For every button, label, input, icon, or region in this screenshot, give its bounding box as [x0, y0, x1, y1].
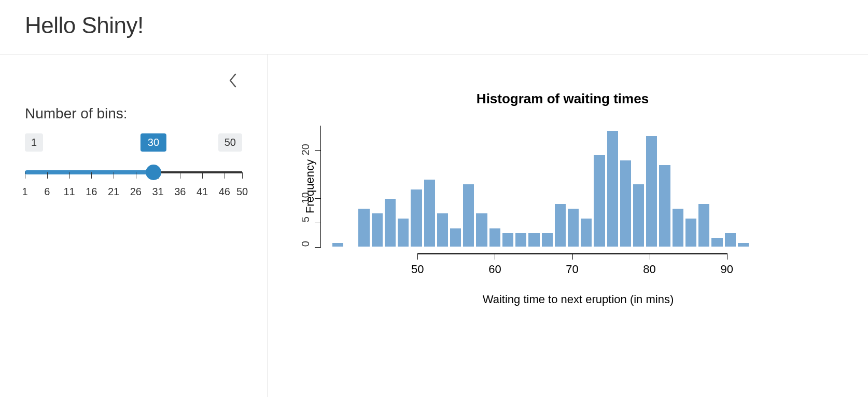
main-panel: Histogram of waiting times Frequency 051…	[268, 55, 868, 397]
slider-tick	[180, 172, 180, 179]
y-tick	[315, 150, 321, 151]
x-tick	[572, 253, 573, 260]
y-tick-label: 10	[300, 192, 312, 204]
histogram-bar	[672, 208, 684, 247]
histogram-bar	[711, 237, 723, 247]
slider-min-badge: 1	[25, 133, 43, 152]
sidebar: Number of bins: 1 30 50 1611162126313641…	[0, 55, 268, 397]
slider-label: Number of bins:	[25, 105, 242, 122]
slider-tick-label: 21	[108, 186, 119, 198]
histogram-bar	[698, 204, 710, 247]
histogram-bar	[397, 218, 409, 247]
slider-tick	[242, 172, 243, 179]
slider-tick-label: 26	[130, 186, 142, 198]
slider-tick-label: 36	[174, 186, 186, 198]
slider-tick-label: 11	[63, 186, 75, 198]
histogram-chart: Histogram of waiting times Frequency 051…	[303, 91, 822, 306]
histogram-bar	[607, 130, 619, 247]
sidebar-collapse-button[interactable]	[223, 71, 242, 90]
x-tick	[495, 253, 495, 260]
body: Number of bins: 1 30 50 1611162126313641…	[0, 55, 868, 397]
slider-tick-label: 31	[152, 186, 163, 198]
slider-tick	[202, 172, 203, 179]
y-tick-label: 0	[300, 241, 312, 247]
plot-row: Frequency 051020	[303, 126, 822, 247]
bins-slider[interactable]: 1 30 50 16111621263136414650	[25, 133, 242, 198]
plot-area	[324, 126, 749, 247]
histogram-bar	[724, 233, 736, 247]
y-axis-line	[320, 126, 321, 247]
slider-tick-label: 1	[22, 186, 27, 198]
x-tick-label: 60	[488, 263, 501, 276]
histogram-bar	[450, 228, 461, 247]
slider-tick	[225, 172, 225, 179]
x-axis: 5060708090	[356, 247, 781, 278]
histogram-bar	[633, 184, 645, 247]
x-tick-label: 80	[643, 263, 655, 276]
slider-ticks	[25, 172, 242, 180]
histogram-bar	[332, 242, 344, 247]
slider-track[interactable]	[25, 165, 242, 180]
histogram-bar	[580, 218, 592, 247]
slider-tick-label: 46	[219, 186, 230, 198]
slider-tick-label: 50	[236, 186, 248, 198]
histogram-bar	[424, 179, 436, 247]
slider-tick	[25, 172, 25, 179]
x-axis-label: Waiting time to next eruption (in mins)	[334, 293, 822, 306]
sidebar-collapse-row	[25, 71, 242, 90]
histogram-bar	[567, 208, 579, 247]
histogram-bar	[554, 204, 566, 247]
histogram-bar	[437, 213, 449, 247]
histogram-bar	[620, 160, 632, 247]
histogram-bar	[475, 213, 487, 247]
slider-tick-label: 41	[197, 186, 208, 198]
histogram-bar	[489, 228, 501, 247]
histogram-bar	[685, 218, 697, 247]
histogram-bar	[646, 135, 657, 247]
histogram-bar	[737, 242, 749, 247]
x-tick	[650, 253, 650, 260]
histogram-bar	[593, 155, 605, 247]
y-tick-label: 5	[300, 216, 312, 222]
histogram-bar	[541, 233, 553, 247]
x-tick	[727, 253, 727, 260]
x-tick-label: 90	[720, 263, 733, 276]
slider-badge-row: 1 30 50	[25, 133, 242, 152]
histogram-bar	[528, 233, 540, 247]
page-title: Hello Shiny!	[25, 12, 843, 38]
x-tick	[417, 253, 418, 260]
chart-title: Histogram of waiting times	[303, 91, 822, 107]
histogram-bar	[515, 233, 527, 247]
header: Hello Shiny!	[0, 0, 868, 55]
bars	[332, 126, 749, 247]
slider-tick	[136, 172, 136, 179]
y-tick-label: 20	[300, 144, 312, 155]
slider-handle[interactable]	[146, 165, 161, 180]
x-tick-label: 70	[566, 263, 578, 276]
x-tick-label: 50	[411, 263, 424, 276]
chevron-left-icon	[228, 73, 237, 88]
histogram-bar	[502, 233, 514, 247]
slider-tick	[91, 172, 92, 179]
histogram-bar	[463, 184, 474, 247]
slider-tick	[47, 172, 48, 179]
y-tick	[315, 223, 321, 223]
slider-max-badge: 50	[218, 133, 242, 152]
slider-tick	[114, 172, 114, 179]
slider-tick-label: 6	[44, 186, 50, 198]
slider-value-badge: 30	[141, 133, 166, 152]
y-axis-label: Frequency	[303, 159, 317, 213]
histogram-bar	[659, 165, 670, 247]
histogram-bar	[358, 208, 370, 247]
slider-tick	[69, 172, 70, 179]
y-tick	[315, 247, 321, 248]
slider-tick-label: 16	[86, 186, 97, 198]
histogram-bar	[410, 189, 422, 247]
slider-tick-labels: 16111621263136414650	[25, 186, 242, 198]
y-tick	[315, 198, 321, 199]
histogram-bar	[384, 198, 396, 247]
histogram-bar	[371, 213, 383, 247]
